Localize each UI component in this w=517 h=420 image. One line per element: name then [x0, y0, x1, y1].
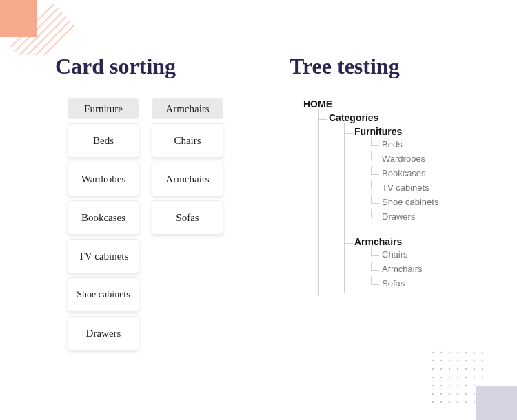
tree-leaf: Armchairs — [371, 262, 489, 276]
tree-leaf: TV cabinets — [371, 180, 489, 195]
tree-leaf: Shoe cabinets — [371, 195, 489, 209]
svg-point-31 — [449, 377, 450, 378]
card-item[interactable]: Wardrobes — [68, 162, 139, 196]
svg-rect-7 — [476, 386, 517, 420]
svg-point-46 — [465, 393, 467, 395]
svg-point-12 — [465, 352, 467, 353]
svg-point-22 — [432, 368, 434, 370]
svg-point-32 — [457, 377, 458, 378]
svg-point-40 — [465, 385, 467, 386]
svg-point-14 — [482, 352, 483, 353]
tree-leaf-group: Beds Wardrobes Bookcases TV cabinets Sho… — [371, 137, 489, 224]
svg-point-49 — [440, 401, 442, 403]
tree-branch-label: Armchairs — [354, 236, 402, 247]
card-header[interactable]: Furniture — [68, 98, 139, 119]
svg-point-48 — [432, 401, 434, 403]
svg-point-34 — [474, 377, 475, 378]
svg-point-30 — [440, 377, 442, 378]
svg-point-41 — [474, 385, 475, 386]
svg-point-25 — [457, 368, 458, 370]
tree-leaf-group: Chairs Armchairs Sofas — [371, 247, 489, 291]
svg-point-35 — [482, 377, 483, 378]
svg-point-44 — [449, 393, 450, 395]
tree-leaf: Drawers — [371, 209, 489, 224]
svg-point-52 — [465, 401, 467, 403]
tree-branch-label: Furnitures — [354, 126, 402, 137]
svg-point-51 — [457, 401, 458, 403]
svg-point-17 — [449, 360, 450, 361]
svg-point-26 — [465, 368, 467, 370]
svg-point-13 — [474, 352, 475, 353]
svg-point-18 — [457, 360, 458, 361]
card-header[interactable]: Armchairs — [152, 98, 223, 119]
card-sorting-title: Card sorting — [55, 54, 262, 79]
svg-point-10 — [449, 352, 450, 353]
svg-point-21 — [482, 360, 483, 361]
svg-point-53 — [474, 401, 475, 403]
tree-root-label: HOME — [303, 98, 332, 109]
svg-point-50 — [449, 401, 450, 403]
tree-leaf: Chairs — [371, 247, 489, 262]
card-item[interactable]: Bookcases — [68, 200, 139, 235]
svg-point-11 — [457, 352, 458, 353]
tree-leaf: Bookcases — [371, 166, 489, 180]
tree-testing-title: Tree testing — [290, 54, 489, 79]
svg-point-33 — [465, 377, 467, 378]
svg-point-8 — [432, 352, 434, 353]
card-item[interactable]: Drawers — [68, 316, 139, 350]
svg-point-23 — [440, 368, 442, 370]
svg-point-47 — [474, 393, 475, 395]
card-item[interactable]: TV cabinets — [68, 239, 139, 273]
svg-point-39 — [457, 385, 458, 386]
svg-point-20 — [474, 360, 475, 361]
svg-point-38 — [449, 385, 450, 386]
svg-point-43 — [440, 393, 442, 395]
card-group-furniture: Furniture Beds Wardrobes Bookcases TV ca… — [68, 98, 139, 350]
card-sorting-section: Card sorting Furniture Beds Wardrobes Bo… — [55, 54, 262, 350]
svg-point-24 — [449, 368, 450, 370]
tree-leaf: Wardrobes — [371, 151, 489, 166]
card-item[interactable]: Sofas — [152, 200, 223, 235]
svg-point-37 — [440, 385, 442, 386]
card-item[interactable]: Beds — [68, 123, 139, 158]
card-group-armchairs: Armchairs Chairs Armchairs Sofas — [152, 98, 223, 235]
svg-point-9 — [440, 352, 442, 353]
svg-point-28 — [482, 368, 483, 370]
svg-point-15 — [432, 360, 434, 361]
tree-leaf: Sofas — [371, 276, 489, 291]
svg-point-45 — [457, 393, 458, 395]
tree-categories-label: Categories — [329, 112, 378, 123]
tree-leaf: Beds — [371, 137, 489, 151]
svg-point-42 — [432, 393, 434, 395]
card-item[interactable]: Shoe cabinets — [68, 277, 139, 312]
svg-point-19 — [465, 360, 467, 361]
card-item[interactable]: Armchairs — [152, 162, 223, 196]
decorative-corner-bottom — [420, 344, 517, 420]
svg-point-27 — [474, 368, 475, 370]
svg-point-16 — [440, 360, 442, 361]
card-item[interactable]: Chairs — [152, 123, 223, 158]
svg-point-29 — [432, 377, 434, 378]
tree-testing-section: Tree testing HOME Categories Furnitures … — [290, 54, 489, 350]
svg-point-36 — [432, 385, 434, 386]
